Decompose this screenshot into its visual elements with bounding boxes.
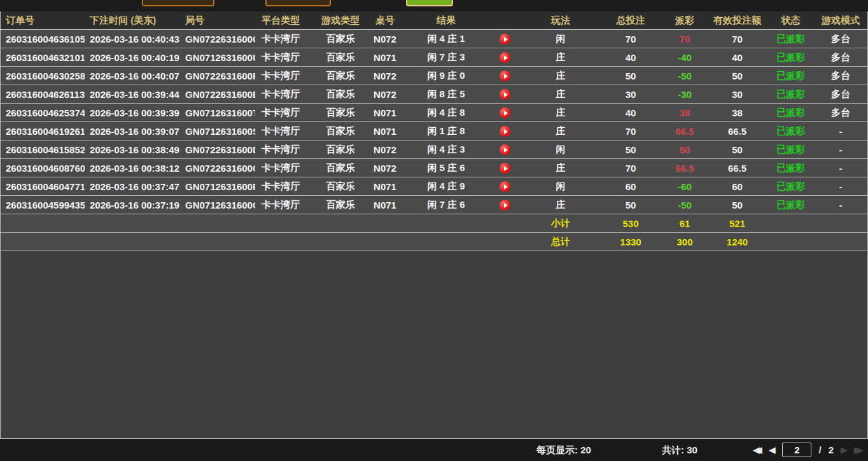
cell-payout: -40 xyxy=(662,52,707,63)
cell-replay xyxy=(487,144,522,156)
cell-payout: -50 xyxy=(662,71,707,81)
cell-round_id: GN0712631600U xyxy=(180,52,255,63)
cell-table_no: N072 xyxy=(365,34,405,45)
cell-valid_bet: 60 xyxy=(707,181,767,192)
cell-platform: 卡卡湾厅 xyxy=(255,162,316,174)
column-header-total_bet: 总投注 xyxy=(599,15,662,27)
play-triangle xyxy=(504,111,508,116)
total-row-total_bet: 1330 xyxy=(599,237,662,247)
cell-play: 庄 xyxy=(522,88,599,100)
replay-play-icon[interactable] xyxy=(500,71,510,81)
cell-replay xyxy=(487,70,522,82)
total-row-payout: 300 xyxy=(662,237,707,247)
table-row: 2603160046261132026-03-16 00:39:44GN0722… xyxy=(1,85,867,104)
cell-status: 已派彩 xyxy=(767,70,814,82)
cell-valid_bet: 40 xyxy=(707,52,767,63)
cell-round_id: GN0712631600S xyxy=(180,126,255,137)
cell-order_id: 260316004599435 xyxy=(1,200,85,210)
cell-status: 已派彩 xyxy=(767,181,814,193)
replay-play-icon[interactable] xyxy=(500,181,510,192)
cell-game_type: 百家乐 xyxy=(316,70,365,82)
cell-status: 已派彩 xyxy=(767,52,814,64)
cell-platform: 卡卡湾厅 xyxy=(255,125,316,137)
table-header-row: 订单号下注时间 (美东)局号平台类型游戏类型桌号结果玩法总投注派彩有效投注额状态… xyxy=(1,11,867,30)
cell-replay xyxy=(487,33,522,45)
cell-result: 闲 4 庄 8 xyxy=(405,107,487,119)
toolbar-button-active[interactable] xyxy=(406,0,453,6)
cell-bet_time: 2026-03-16 00:40:07 xyxy=(85,71,180,81)
next-page-icon[interactable]: ▶ xyxy=(841,446,847,454)
cell-bet_time: 2026-03-16 00:38:12 xyxy=(85,163,180,174)
cell-mode: - xyxy=(814,126,867,137)
cell-mode: - xyxy=(814,163,867,174)
table-row: 2603160046158522026-03-16 00:38:49GN0722… xyxy=(1,141,867,159)
cell-replay xyxy=(487,88,522,100)
cell-valid_bet: 50 xyxy=(707,200,767,210)
cell-payout: 50 xyxy=(662,144,707,155)
table-row: 2603160046302582026-03-16 00:40:07GN0722… xyxy=(1,67,867,85)
cell-total_bet: 70 xyxy=(599,126,662,137)
subtotal-row-valid_bet: 521 xyxy=(707,218,767,229)
cell-play: 庄 xyxy=(522,70,599,82)
column-header-payout: 派彩 xyxy=(662,15,707,27)
cell-bet_time: 2026-03-16 00:38:49 xyxy=(85,144,180,155)
cell-total_bet: 50 xyxy=(599,71,662,81)
cell-bet_time: 2026-03-16 00:37:47 xyxy=(85,181,180,192)
replay-play-icon[interactable] xyxy=(500,34,510,45)
cell-status: 已派彩 xyxy=(767,107,814,119)
total-row-play: 总计 xyxy=(522,236,599,248)
cell-mode: 多台 xyxy=(814,88,867,100)
first-page-icon[interactable]: ◀◀ xyxy=(753,446,762,454)
table-row: 2603160045994352026-03-16 00:37:19GN0712… xyxy=(1,196,867,214)
cell-table_no: N072 xyxy=(365,144,405,155)
cell-order_id: 260316004626113 xyxy=(1,89,85,100)
pager-controls: ◀◀ ◀ / 2 ▶ ▶▶ xyxy=(753,442,863,458)
cell-play: 闲 xyxy=(522,33,599,45)
cell-replay xyxy=(487,181,522,193)
cell-bet_time: 2026-03-16 00:37:19 xyxy=(85,200,180,210)
cell-table_no: N071 xyxy=(365,181,405,192)
cell-result: 闲 5 庄 6 xyxy=(405,162,487,174)
total-count-label: 共计: 30 xyxy=(662,444,697,457)
cell-platform: 卡卡湾厅 xyxy=(255,52,316,64)
toolbar-button-2[interactable] xyxy=(265,0,331,6)
replay-play-icon[interactable] xyxy=(500,200,510,210)
cell-table_no: N071 xyxy=(365,200,405,210)
replay-play-icon[interactable] xyxy=(500,144,510,155)
top-toolbar xyxy=(0,0,868,11)
play-triangle xyxy=(504,74,508,79)
cell-platform: 卡卡湾厅 xyxy=(255,181,316,193)
cell-game_type: 百家乐 xyxy=(316,181,365,193)
cell-valid_bet: 70 xyxy=(707,34,767,45)
cell-result: 闲 7 庄 3 xyxy=(405,52,487,64)
last-page-icon[interactable]: ▶▶ xyxy=(854,446,863,454)
cell-order_id: 260316004636105 xyxy=(1,34,85,45)
cell-table_no: N072 xyxy=(365,71,405,81)
page-number-input[interactable] xyxy=(782,443,811,457)
column-header-play: 玩法 xyxy=(522,15,599,27)
replay-play-icon[interactable] xyxy=(500,107,510,118)
replay-play-icon[interactable] xyxy=(500,163,510,174)
cell-round_id: GN0722631600E xyxy=(180,89,255,100)
cell-total_bet: 70 xyxy=(599,163,662,174)
column-header-bet_time: 下注时间 (美东) xyxy=(85,15,180,27)
play-triangle xyxy=(504,92,508,97)
cell-table_no: N071 xyxy=(365,107,405,118)
toolbar-button-1[interactable] xyxy=(142,0,214,6)
cell-total_bet: 30 xyxy=(599,89,662,100)
replay-play-icon[interactable] xyxy=(500,52,510,63)
cell-bet_time: 2026-03-16 00:40:43 xyxy=(85,34,180,45)
replay-play-icon[interactable] xyxy=(500,89,510,100)
cell-game_type: 百家乐 xyxy=(316,199,365,211)
cell-mode: - xyxy=(814,144,867,155)
cell-total_bet: 60 xyxy=(599,181,662,192)
column-header-order_id: 订单号 xyxy=(1,15,85,27)
cell-game_type: 百家乐 xyxy=(316,33,365,45)
cell-round_id: GN0712631600T xyxy=(180,107,255,118)
cell-status: 已派彩 xyxy=(767,162,814,174)
prev-page-icon[interactable]: ◀ xyxy=(769,446,775,454)
cell-payout: 38 xyxy=(662,107,707,118)
cell-platform: 卡卡湾厅 xyxy=(255,88,316,100)
cell-play: 庄 xyxy=(522,162,599,174)
replay-play-icon[interactable] xyxy=(500,126,510,137)
